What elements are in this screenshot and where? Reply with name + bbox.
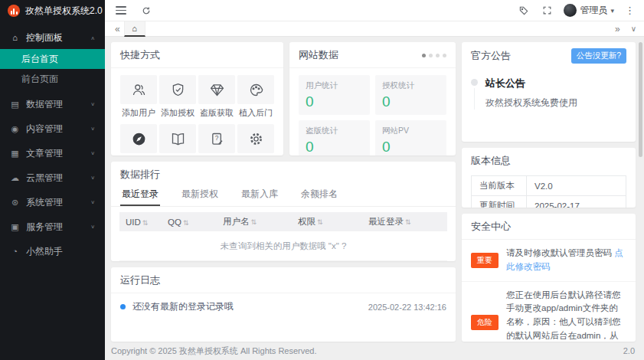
sidebar-item-label: 数据管理 xyxy=(26,98,63,111)
version-label: 更新时间 xyxy=(472,196,527,208)
sidebar-item-system-management[interactable]: ⊛ 系统管理 ∨ xyxy=(0,190,105,214)
tab-balance-ranking[interactable]: 余额排名 xyxy=(299,183,339,206)
sidebar-item-content-management[interactable]: ◉ 内容管理 ∨ xyxy=(0,116,105,141)
sort-icon[interactable]: ⇅ xyxy=(405,218,411,226)
announcement-refresh-button[interactable]: 公告没更新? xyxy=(571,48,626,64)
version-table: 当前版本 V2.0 更新时间 2025-02-17 xyxy=(471,175,626,208)
home-icon: ⌂ xyxy=(10,33,20,42)
rankings-card: 数据排行 最近登录 最新授权 最新入库 余额排名 UID⇅ QQ⇅ 用户名⇅ 权… xyxy=(111,162,456,261)
kebab-menu-icon[interactable]: ⋮ xyxy=(625,5,635,15)
sidebar-item-cloud-blacklist[interactable]: ☁ 云黑管理 ∨ xyxy=(0,165,105,190)
col-permission[interactable]: 权限⇅ xyxy=(292,212,362,231)
sort-icon[interactable]: ⇅ xyxy=(142,219,149,227)
shortcut-add-user[interactable]: 添加用户 xyxy=(120,75,157,119)
tabs-scroll-right[interactable]: » xyxy=(615,24,620,34)
avatar xyxy=(564,4,577,17)
sidebar-subitem-label: 前台页面 xyxy=(21,73,58,86)
site-data-title: 网站数据 xyxy=(299,48,338,62)
shortcut-piracy-fetch[interactable]: 盗版获取 xyxy=(198,75,235,119)
sidebar-item-label: 系统管理 xyxy=(26,196,63,209)
version-label: 当前版本 xyxy=(472,176,527,196)
menu-toggle-icon[interactable] xyxy=(116,6,126,15)
carousel-dot[interactable] xyxy=(436,54,440,57)
stat-pv: 网站PV 0 xyxy=(375,120,446,155)
tab-home[interactable]: ⌂ xyxy=(124,21,145,37)
sort-icon[interactable]: ⇅ xyxy=(251,218,257,226)
shield-check-icon xyxy=(159,75,196,104)
header: 管理员 ▾ ⋮ xyxy=(105,0,644,21)
tab-recent-logins[interactable]: 最近登录 xyxy=(120,183,160,206)
shortcut-label: 植入后门 xyxy=(239,107,273,119)
danger-badge: 危险 xyxy=(471,315,499,330)
col-recent-login[interactable]: 最近登录⇅ xyxy=(362,212,447,231)
tabs-scroll-left[interactable]: « xyxy=(111,24,124,34)
shortcut-generate-card-key[interactable]: ? 生成卡密 xyxy=(198,124,235,155)
sidebar-item-label: 内容管理 xyxy=(26,123,63,136)
sidebar-item-label: 小然助手 xyxy=(26,245,63,258)
stat-value: 0 xyxy=(382,93,440,110)
compass-icon xyxy=(120,124,157,153)
scrollbar-thumb[interactable] xyxy=(639,42,642,157)
shortcut-publish-article[interactable]: 发布文章 xyxy=(159,124,196,155)
sidebar-item-frontend-page[interactable]: 前台页面 xyxy=(0,69,105,89)
sidebar-item-label: 云黑管理 xyxy=(26,172,63,185)
tabs-dropdown-icon[interactable]: ∨ xyxy=(631,25,636,33)
log-entry: 还没有最新的登录记录哦 2025-02-22 13:42:16 xyxy=(111,293,456,320)
shortcut-add-license[interactable]: 添加授权 xyxy=(159,75,196,119)
carousel-dot[interactable] xyxy=(429,54,433,57)
tab-latest-storage[interactable]: 最新入库 xyxy=(240,183,280,206)
sort-icon[interactable]: ⇅ xyxy=(183,219,189,227)
shortcuts-card: 快捷方式 添加用户 添加授权 xyxy=(111,42,283,155)
refresh-icon[interactable] xyxy=(140,5,152,17)
sidebar-item-control-panel[interactable]: ⌂ 控制面板 ∧ xyxy=(0,26,105,49)
chevron-down-icon: ∨ xyxy=(90,199,95,205)
sidebar-item-label: 文章管理 xyxy=(26,147,63,160)
sort-icon[interactable]: ⇅ xyxy=(317,218,323,226)
tag-icon[interactable] xyxy=(518,5,530,17)
col-qq[interactable]: QQ⇅ xyxy=(162,212,217,231)
sidebar-item-article-management[interactable]: ▦ 文章管理 ∨ xyxy=(0,141,105,165)
log-dot-icon xyxy=(120,304,126,309)
log-text: 还没有最新的登录记录哦 xyxy=(132,300,234,313)
security-title: 安全中心 xyxy=(471,220,511,234)
announcement-post-title: 站长公告 xyxy=(485,77,577,90)
shortcut-label: 添加授权 xyxy=(161,107,195,119)
log-time: 2025-02-22 13:42:16 xyxy=(368,303,446,312)
stat-piracy: 盗版统计 0 xyxy=(299,120,370,155)
table-empty-message: 未查询到相关的用户数据哦 "x" ? xyxy=(119,231,447,261)
announcement-timeline: 站长公告 孜然授权系统免费使用 xyxy=(462,69,636,110)
announcement-card: 官方公告 公告没更新? 站长公告 孜然授权系统免费使用 xyxy=(462,42,636,142)
sidebar-item-backend-home[interactable]: 后台首页 xyxy=(0,49,105,69)
site-data-card: 网站数据 用户统计 0 xyxy=(289,42,456,155)
logs-card: 运行日志 还没有最新的登录记录哦 2025-02-22 13:42:16 xyxy=(111,267,456,342)
chevron-down-icon: ∨ xyxy=(90,175,95,180)
content-icon: ◉ xyxy=(10,124,20,134)
security-card: 安全中心 重要 请及时修改默认管理员密码 点此修改密码 危险 您正在使用后台默认… xyxy=(462,214,636,342)
topbar: 孜然单授权系统2.0 管理员 ▾ ⋮ xyxy=(0,0,644,21)
version-card: 版本信息 当前版本 V2.0 更新时间 2025-02-17 xyxy=(462,148,636,208)
sidebar-item-data-management[interactable]: ▤ 数据管理 ∨ xyxy=(0,92,105,116)
col-username[interactable]: 用户名⇅ xyxy=(217,212,292,231)
tab-latest-licenses[interactable]: 最新授权 xyxy=(180,183,220,206)
important-badge: 重要 xyxy=(471,253,499,268)
user-caret-icon: ▾ xyxy=(610,7,614,15)
shortcut-implant-backdoor[interactable]: 植入后门 xyxy=(237,75,274,119)
cloud-icon: ☁ xyxy=(10,173,20,183)
footer-version: 2.0 xyxy=(623,346,635,355)
shortcut-site-config[interactable]: 网站配置 xyxy=(237,124,274,155)
fullscreen-icon[interactable] xyxy=(541,5,553,17)
stat-label: 用户统计 xyxy=(306,80,363,91)
col-uid[interactable]: UID⇅ xyxy=(119,212,162,231)
carousel-dot[interactable] xyxy=(443,54,446,57)
sidebar-item-assistant[interactable]: ◔ 小然助手 xyxy=(0,239,105,263)
carousel-dot[interactable] xyxy=(422,54,426,57)
card-question-icon: ? xyxy=(198,124,235,153)
user-menu[interactable]: 管理员 ▾ xyxy=(564,4,614,17)
chevron-down-icon: ∨ xyxy=(90,224,95,229)
tabbar: « ⌂ » ∨ xyxy=(105,21,644,37)
sidebar-item-service-management[interactable]: ▣ 服务管理 ∨ xyxy=(0,214,105,239)
article-icon: ▦ xyxy=(10,149,20,159)
shortcut-add-certification[interactable]: 添加认证 xyxy=(120,124,157,155)
rankings-tabs: 最近登录 最新授权 最新入库 余额排名 xyxy=(111,183,456,207)
username: 管理员 xyxy=(580,4,607,17)
